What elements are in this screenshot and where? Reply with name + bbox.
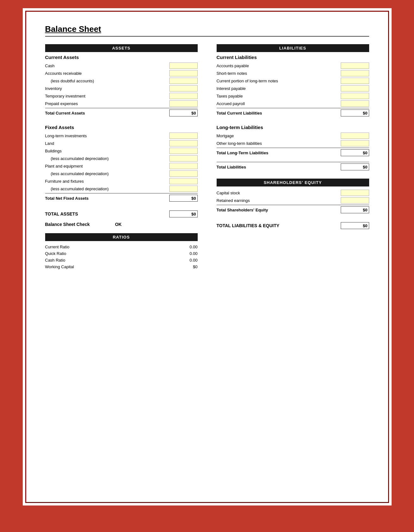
item-label: Taxes payable — [217, 94, 341, 98]
fixed-assets-section: Fixed Assets Long-term investments Land … — [45, 125, 198, 203]
total-assets-label: TOTAL ASSETS — [45, 211, 78, 216]
less-doubtful-input[interactable] — [169, 78, 198, 84]
item-label: (less accumulated depreciation) — [45, 186, 169, 191]
total-liabilities-equity-label: TOTAL LIABILITIES & EQUITY — [217, 223, 279, 228]
item-label: Land — [45, 141, 169, 146]
quick-ratio-value: 0.00 — [169, 251, 198, 256]
list-item: (less accumulated depreciation) — [45, 155, 198, 162]
item-label: Furniture and fixtures — [45, 179, 169, 184]
interest-payable-input[interactable] — [341, 85, 369, 92]
quick-ratio-label: Quick Ratio — [45, 251, 66, 256]
accrued-payroll-input[interactable] — [341, 100, 369, 107]
list-item: Current portion of long-term notes — [217, 77, 369, 85]
ratios-header: RATIOS — [45, 233, 198, 241]
inner-border: Balance Sheet ASSETS Current Assets Cash… — [25, 11, 389, 503]
list-item: Retained earnings — [217, 197, 369, 204]
furniture-fixtures-input[interactable] — [169, 178, 198, 184]
page-title: Balance Sheet — [45, 24, 369, 34]
list-item: Taxes payable — [217, 92, 369, 100]
mortgage-input[interactable] — [341, 133, 369, 139]
item-label: Other long-term liabilities — [217, 141, 341, 146]
total-current-liabilities-row: Total Current Liabilities $0 — [217, 108, 369, 118]
buildings-depreciation-input[interactable] — [169, 155, 198, 162]
other-longterm-input[interactable] — [341, 140, 369, 146]
main-layout: ASSETS Current Assets Cash Accounts rece… — [45, 44, 369, 270]
furniture-depreciation-input[interactable] — [169, 186, 198, 192]
total-current-assets-label: Total Current Assets — [45, 111, 85, 115]
current-ratio-value: 0.00 — [169, 245, 198, 249]
assets-column: ASSETS Current Assets Cash Accounts rece… — [45, 44, 198, 270]
balance-check-row: Balance Sheet Check OK — [45, 222, 198, 227]
temp-investment-input[interactable] — [169, 93, 198, 99]
cash-ratio-value: 0.00 — [169, 258, 198, 263]
total-longterm-liabilities-row: Total Long-Term Liabilities $0 — [217, 148, 369, 157]
liabilities-header: LIABILITIES — [217, 44, 369, 52]
balance-check-label: Balance Sheet Check — [45, 222, 90, 227]
list-item: Land — [45, 139, 198, 147]
item-label: Cash — [45, 63, 169, 68]
list-item: Current Ratio 0.00 — [45, 244, 198, 250]
liabilities-column: LIABILITIES Current Liabilities Accounts… — [217, 44, 369, 270]
land-input[interactable] — [169, 140, 198, 146]
total-current-assets-value: $0 — [169, 109, 198, 116]
total-equity-value: $0 — [341, 206, 369, 213]
list-item: Quick Ratio 0.00 — [45, 250, 198, 257]
total-current-liabilities-value: $0 — [341, 109, 369, 116]
inventory-input[interactable] — [169, 85, 198, 92]
item-label: Accounts receivable — [45, 71, 169, 76]
list-item: Interest payable — [217, 85, 369, 92]
longterm-investments-input[interactable] — [169, 133, 198, 139]
list-item: (less accumulated depreciation) — [45, 185, 198, 192]
list-item: Accounts receivable — [45, 69, 198, 77]
plant-equipment-input[interactable] — [169, 163, 198, 169]
list-item: Prepaid expenses — [45, 100, 198, 107]
total-liabilities-label: Total Liabilities — [217, 165, 246, 169]
plant-depreciation-input[interactable] — [169, 170, 198, 177]
item-label: (less doubtful accounts) — [45, 79, 169, 83]
list-item: Accounts payable — [217, 62, 369, 69]
retained-earnings-input[interactable] — [341, 197, 369, 204]
current-portion-longterm-input[interactable] — [341, 78, 369, 84]
accounts-payable-input[interactable] — [341, 62, 369, 69]
ratios-section: RATIOS Current Ratio 0.00 Quick Ratio 0.… — [45, 233, 198, 270]
list-item: Long-term investments — [45, 132, 198, 139]
title-divider — [45, 36, 369, 37]
taxes-payable-input[interactable] — [341, 93, 369, 99]
total-fixed-assets-label: Total Net Fixed Assets — [45, 196, 89, 201]
item-label: Short-term notes — [217, 71, 341, 76]
cash-input[interactable] — [169, 62, 198, 69]
equity-header: SHAREHOLDERS' EQUITY — [217, 179, 369, 186]
page-border: Balance Sheet ASSETS Current Assets Cash… — [21, 6, 393, 507]
total-liabilities-value: $0 — [341, 163, 369, 170]
list-item: Capital stock — [217, 189, 369, 197]
item-label: Plant and equipment — [45, 164, 169, 168]
accounts-receivable-input[interactable] — [169, 70, 198, 76]
equity-section: SHAREHOLDERS' EQUITY Capital stock Retai… — [217, 179, 369, 215]
short-term-notes-input[interactable] — [341, 70, 369, 76]
longterm-liabilities-heading: Long-term Liabilities — [217, 125, 369, 130]
list-item: Working Capital $0 — [45, 263, 198, 270]
prepaid-expenses-input[interactable] — [169, 100, 198, 107]
list-item: Furniture and fixtures — [45, 177, 198, 185]
list-item: Cash — [45, 62, 198, 69]
item-label: (less accumulated depreciation) — [45, 171, 169, 176]
item-label: Inventory — [45, 86, 169, 91]
item-label: Long-term investments — [45, 133, 169, 138]
buildings-input[interactable] — [169, 148, 198, 154]
balance-check-value: OK — [115, 222, 122, 227]
capital-stock-input[interactable] — [341, 190, 369, 196]
total-equity-row: Total Shareholders' Equity $0 — [217, 205, 369, 215]
total-liabilities-equity-row: TOTAL LIABILITIES & EQUITY $0 — [217, 220, 369, 229]
total-current-assets-row: Total Current Assets $0 — [45, 108, 198, 118]
fixed-assets-heading: Fixed Assets — [45, 125, 198, 130]
total-assets-row: TOTAL ASSETS $0 — [45, 209, 198, 217]
total-assets-value: $0 — [169, 210, 198, 217]
current-assets-heading: Current Assets — [45, 55, 198, 60]
list-item: Mortgage — [217, 132, 369, 139]
list-item: (less doubtful accounts) — [45, 77, 198, 85]
list-item: Inventory — [45, 85, 198, 92]
item-label: Prepaid expenses — [45, 101, 169, 106]
current-ratio-label: Current Ratio — [45, 245, 69, 249]
item-label: (less accumulated depreciation) — [45, 156, 169, 161]
current-liabilities-heading: Current Liabilities — [217, 55, 369, 60]
